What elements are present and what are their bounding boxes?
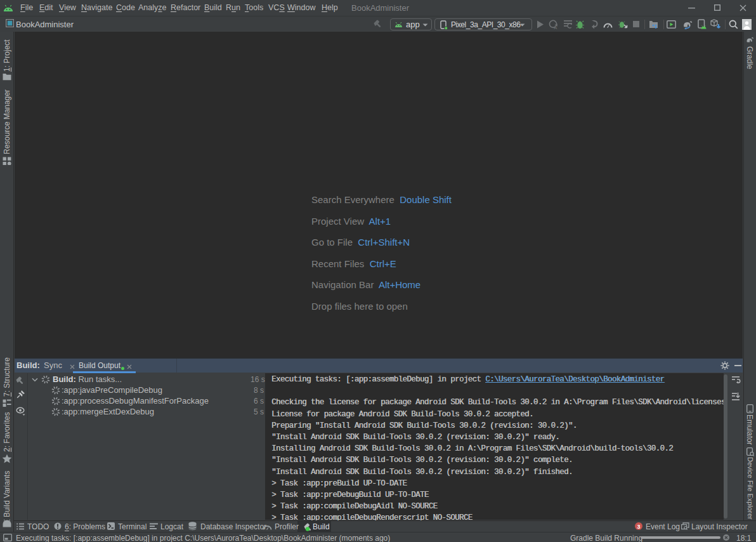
svg-text:A: A [554,25,557,30]
